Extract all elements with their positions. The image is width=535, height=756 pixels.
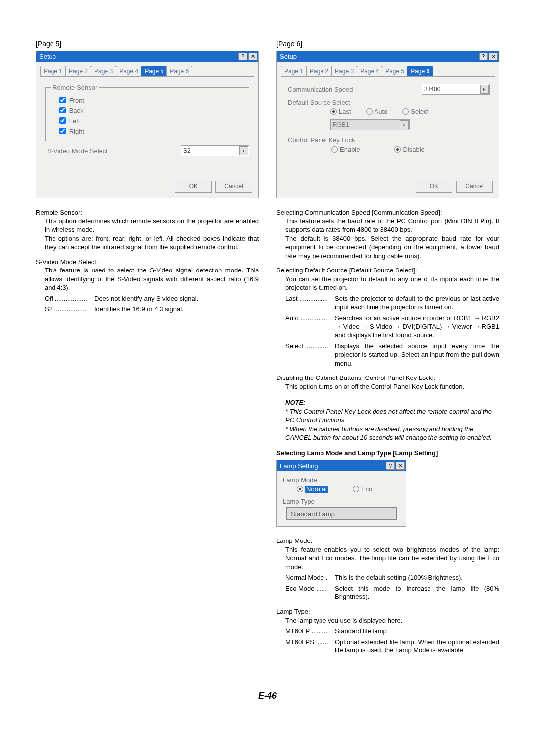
source-select: RGB1	[330, 119, 410, 130]
svideo-heading: S-Video Mode Select:	[36, 258, 259, 267]
comm-speed-select[interactable]: 38400	[422, 84, 490, 95]
key-lock-heading: Disabling the Cabinet Buttons [Control P…	[276, 374, 499, 382]
cancel-button[interactable]: Cancel	[215, 181, 252, 193]
tab-page2[interactable]: Page 2	[65, 66, 91, 76]
default-source-heading: Selecting Default Source [Default Source…	[276, 266, 499, 275]
radio-last[interactable]: Last	[330, 108, 351, 115]
comm-speed-heading: Selecting Communication Speed [Communica…	[276, 208, 499, 217]
tab-page5[interactable]: Page 5	[141, 66, 167, 76]
lamp-type-text: The lamp type you use is displayed here.	[285, 616, 499, 625]
chevron-right-icon[interactable]	[239, 146, 248, 155]
close-icon[interactable]: ✕	[248, 53, 257, 60]
svideo-text: This feature is used to select the S-Vid…	[45, 266, 259, 292]
tab-page6[interactable]: Page 6	[407, 66, 433, 76]
help-icon[interactable]: ?	[238, 53, 247, 60]
radio-auto[interactable]: Auto	[366, 108, 388, 115]
remote-sensor-legend: Remote Sensor	[51, 84, 99, 91]
tabs-row: Page 1 Page 2 Page 3 Page 4 Page 5 Page …	[36, 62, 258, 76]
help-icon[interactable]: ?	[479, 53, 488, 60]
svideo-mode-select[interactable]: S2	[181, 145, 249, 156]
titlebar: Setup ? ✕	[277, 51, 499, 62]
page-number: E-46	[0, 691, 535, 701]
cancel-button[interactable]: Cancel	[456, 181, 493, 193]
close-icon[interactable]: ✕	[396, 462, 405, 470]
radio-disable[interactable]: Disable	[394, 146, 424, 153]
close-icon[interactable]: ✕	[489, 53, 498, 60]
page5-caption: [Page 5]	[36, 40, 259, 48]
tab-page3[interactable]: Page 3	[91, 66, 116, 76]
radio-select[interactable]: Select	[402, 108, 428, 115]
tab-page1[interactable]: Page 1	[40, 66, 66, 76]
note-box: NOTE: * This Control Panel Key Lock does…	[285, 397, 499, 443]
setup-dialog-page5: Setup ? ✕ Page 1 Page 2 Page 3 Page 4 Pa…	[36, 51, 259, 198]
comm-speed-text: This feature sets the baud rate of the P…	[285, 217, 499, 261]
help-icon[interactable]: ?	[386, 462, 395, 470]
tabs-row: Page 1 Page 2 Page 3 Page 4 Page 5 Page …	[277, 62, 499, 76]
radio-enable[interactable]: Enable	[331, 146, 360, 153]
lamp-setting-heading: Selecting Lamp Mode and Lamp Type [Lamp …	[276, 449, 499, 457]
tab-page6[interactable]: Page 6	[166, 66, 192, 76]
checkbox-back[interactable]	[59, 107, 66, 113]
chevron-right-icon[interactable]	[480, 85, 489, 94]
remote-sensor-heading: Remote Sensor:	[36, 208, 259, 217]
dialog-title: Setup	[36, 53, 238, 60]
lamp-mode-heading: Lamp Mode:	[276, 537, 499, 545]
ok-button[interactable]: OK	[175, 181, 212, 193]
dialog-title: Lamp Setting	[277, 462, 386, 470]
tab-page4[interactable]: Page 4	[357, 66, 382, 76]
lamp-mode-label: Lamp Mode	[283, 476, 400, 484]
radio-eco[interactable]: Eco	[353, 486, 372, 493]
lamp-type-label: Lamp Type	[283, 498, 400, 505]
ok-button[interactable]: OK	[416, 181, 452, 193]
checkbox-right[interactable]	[59, 128, 66, 134]
checkbox-front[interactable]	[59, 97, 66, 103]
svideo-mode-label: S-Video Mode Select	[47, 147, 181, 155]
lamp-mode-text: This feature enables you to select two b…	[285, 545, 499, 572]
lamp-setting-dialog: Lamp Setting ? ✕ Lamp Mode Normal Eco La…	[276, 460, 406, 527]
page6-caption: [Page 6]	[276, 40, 499, 48]
radio-normal[interactable]: Normal	[297, 486, 328, 493]
remote-sensor-fieldset: Remote Sensor Front Back Left Right	[45, 84, 249, 141]
tab-page1[interactable]: Page 1	[281, 66, 307, 76]
key-lock-label: Control Panel Key Lock	[288, 136, 490, 144]
chevron-right-icon	[400, 120, 409, 129]
tab-page4[interactable]: Page 4	[116, 66, 142, 76]
default-source-label: Default Source Select	[288, 99, 490, 106]
remote-sensor-text: This option determines which remote sens…	[45, 217, 259, 234]
tab-page3[interactable]: Page 3	[331, 66, 357, 76]
tab-page5[interactable]: Page 5	[382, 66, 408, 76]
titlebar: Setup ? ✕	[36, 51, 258, 62]
key-lock-text: This option turns on or off the Control …	[285, 382, 499, 391]
setup-dialog-page6: Setup ? ✕ Page 1 Page 2 Page 3 Page 4 Pa…	[276, 51, 499, 198]
titlebar: Lamp Setting ? ✕	[277, 460, 406, 471]
checkbox-left[interactable]	[59, 117, 66, 124]
tab-page2[interactable]: Page 2	[306, 66, 332, 76]
lamp-type-heading: Lamp Type:	[276, 607, 499, 616]
dialog-title: Setup	[277, 53, 479, 60]
comm-speed-label: Communication Speed	[288, 86, 422, 93]
default-source-text: You can set the projector to default to …	[285, 275, 499, 292]
lamp-type-value: Standard Lamp	[286, 507, 397, 520]
remote-sensor-text2: The options are: front, rear, right, or …	[45, 234, 259, 252]
